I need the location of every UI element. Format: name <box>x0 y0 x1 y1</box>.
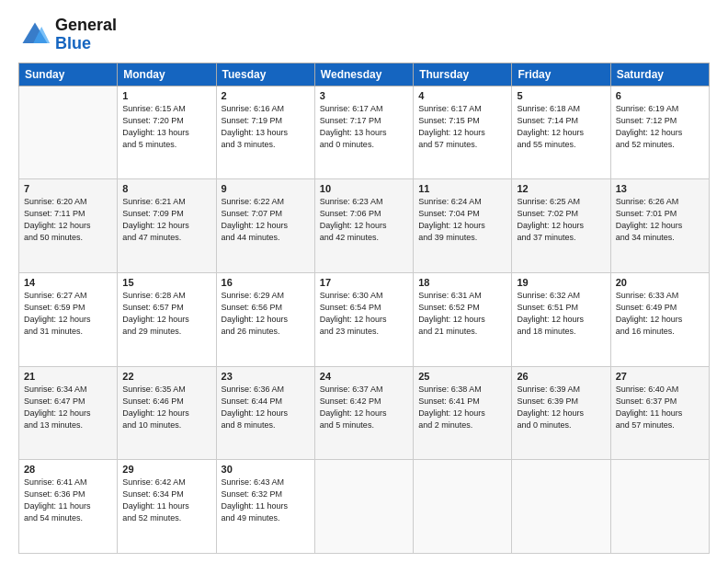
day-number: 28 <box>24 464 112 475</box>
logo: General Blue <box>18 17 117 53</box>
calendar-week-5: 28Sunrise: 6:41 AM Sunset: 6:36 PM Dayli… <box>19 460 710 554</box>
calendar-cell <box>314 460 413 554</box>
logo-text: General Blue <box>55 17 117 53</box>
day-info: Sunrise: 6:37 AM Sunset: 6:42 PM Dayligh… <box>320 384 408 431</box>
header-day-saturday: Saturday <box>610 63 709 86</box>
day-number: 22 <box>122 371 210 382</box>
day-number: 27 <box>616 371 704 382</box>
day-number: 10 <box>320 183 408 194</box>
calendar-cell: 15Sunrise: 6:28 AM Sunset: 6:57 PM Dayli… <box>118 272 216 366</box>
day-number: 19 <box>517 277 605 288</box>
day-info: Sunrise: 6:42 AM Sunset: 6:34 PM Dayligh… <box>122 477 210 524</box>
day-info: Sunrise: 6:27 AM Sunset: 6:59 PM Dayligh… <box>24 290 112 338</box>
day-info: Sunrise: 6:39 AM Sunset: 6:39 PM Dayligh… <box>517 384 605 431</box>
calendar-week-3: 14Sunrise: 6:27 AM Sunset: 6:59 PM Dayli… <box>19 272 710 366</box>
calendar-cell: 2Sunrise: 6:16 AM Sunset: 7:19 PM Daylig… <box>216 86 314 179</box>
day-number: 12 <box>517 183 605 194</box>
day-info: Sunrise: 6:18 AM Sunset: 7:14 PM Dayligh… <box>517 103 605 151</box>
day-number: 5 <box>517 90 605 101</box>
calendar-table: SundayMondayTuesdayWednesdayThursdayFrid… <box>18 63 710 554</box>
calendar-cell: 11Sunrise: 6:24 AM Sunset: 7:04 PM Dayli… <box>414 179 512 273</box>
calendar-cell: 23Sunrise: 6:36 AM Sunset: 6:44 PM Dayli… <box>216 366 314 460</box>
day-number: 20 <box>616 277 704 288</box>
day-info: Sunrise: 6:16 AM Sunset: 7:19 PM Dayligh… <box>222 103 310 151</box>
header-day-tuesday: Tuesday <box>216 63 314 86</box>
calendar-cell <box>610 460 709 554</box>
calendar-header-row: SundayMondayTuesdayWednesdayThursdayFrid… <box>19 63 710 86</box>
day-number: 24 <box>320 371 408 382</box>
page: General Blue SundayMondayTuesdayWednesda… <box>0 0 728 563</box>
calendar-week-4: 21Sunrise: 6:34 AM Sunset: 6:47 PM Dayli… <box>19 366 710 460</box>
logo-icon <box>18 18 51 52</box>
day-number: 8 <box>122 183 210 194</box>
day-number: 4 <box>418 90 506 101</box>
calendar-cell: 21Sunrise: 6:34 AM Sunset: 6:47 PM Dayli… <box>19 366 118 460</box>
day-info: Sunrise: 6:17 AM Sunset: 7:17 PM Dayligh… <box>320 103 408 151</box>
calendar-cell <box>414 460 512 554</box>
calendar-cell: 27Sunrise: 6:40 AM Sunset: 6:37 PM Dayli… <box>610 366 709 460</box>
day-info: Sunrise: 6:40 AM Sunset: 6:37 PM Dayligh… <box>616 384 704 431</box>
day-number: 1 <box>122 90 210 101</box>
day-number: 26 <box>517 371 605 382</box>
day-number: 3 <box>320 90 408 101</box>
day-info: Sunrise: 6:23 AM Sunset: 7:06 PM Dayligh… <box>320 196 408 244</box>
day-number: 29 <box>122 464 210 475</box>
day-info: Sunrise: 6:30 AM Sunset: 6:54 PM Dayligh… <box>320 290 408 338</box>
day-number: 15 <box>122 277 210 288</box>
day-info: Sunrise: 6:29 AM Sunset: 6:56 PM Dayligh… <box>222 290 310 338</box>
calendar-cell: 29Sunrise: 6:42 AM Sunset: 6:34 PM Dayli… <box>118 460 216 554</box>
calendar-cell: 9Sunrise: 6:22 AM Sunset: 7:07 PM Daylig… <box>216 179 314 273</box>
day-number: 14 <box>24 277 112 288</box>
calendar-cell <box>19 86 118 179</box>
calendar-cell: 12Sunrise: 6:25 AM Sunset: 7:02 PM Dayli… <box>512 179 610 273</box>
calendar-cell: 13Sunrise: 6:26 AM Sunset: 7:01 PM Dayli… <box>610 179 709 273</box>
calendar-cell: 18Sunrise: 6:31 AM Sunset: 6:52 PM Dayli… <box>414 272 512 366</box>
day-info: Sunrise: 6:17 AM Sunset: 7:15 PM Dayligh… <box>418 103 506 151</box>
calendar-cell: 1Sunrise: 6:15 AM Sunset: 7:20 PM Daylig… <box>118 86 216 179</box>
calendar-cell: 28Sunrise: 6:41 AM Sunset: 6:36 PM Dayli… <box>19 460 118 554</box>
calendar-cell: 14Sunrise: 6:27 AM Sunset: 6:59 PM Dayli… <box>19 272 118 366</box>
header-day-wednesday: Wednesday <box>314 63 413 86</box>
day-number: 6 <box>616 90 704 101</box>
calendar-cell: 26Sunrise: 6:39 AM Sunset: 6:39 PM Dayli… <box>512 366 610 460</box>
calendar-cell: 8Sunrise: 6:21 AM Sunset: 7:09 PM Daylig… <box>118 179 216 273</box>
day-info: Sunrise: 6:25 AM Sunset: 7:02 PM Dayligh… <box>517 196 605 244</box>
calendar-week-1: 1Sunrise: 6:15 AM Sunset: 7:20 PM Daylig… <box>19 86 710 179</box>
day-info: Sunrise: 6:43 AM Sunset: 6:32 PM Dayligh… <box>222 477 310 524</box>
calendar-cell: 7Sunrise: 6:20 AM Sunset: 7:11 PM Daylig… <box>19 179 118 273</box>
day-info: Sunrise: 6:34 AM Sunset: 6:47 PM Dayligh… <box>24 384 112 431</box>
day-info: Sunrise: 6:21 AM Sunset: 7:09 PM Dayligh… <box>122 196 210 244</box>
calendar-cell <box>512 460 610 554</box>
calendar-cell: 20Sunrise: 6:33 AM Sunset: 6:49 PM Dayli… <box>610 272 709 366</box>
day-number: 9 <box>222 183 310 194</box>
header-day-friday: Friday <box>512 63 610 86</box>
day-number: 7 <box>24 183 112 194</box>
calendar-cell: 19Sunrise: 6:32 AM Sunset: 6:51 PM Dayli… <box>512 272 610 366</box>
day-info: Sunrise: 6:32 AM Sunset: 6:51 PM Dayligh… <box>517 290 605 338</box>
day-info: Sunrise: 6:20 AM Sunset: 7:11 PM Dayligh… <box>24 196 112 244</box>
day-number: 25 <box>418 371 506 382</box>
day-number: 2 <box>222 90 310 101</box>
calendar-cell: 3Sunrise: 6:17 AM Sunset: 7:17 PM Daylig… <box>314 86 413 179</box>
day-info: Sunrise: 6:15 AM Sunset: 7:20 PM Dayligh… <box>122 103 210 151</box>
calendar-cell: 30Sunrise: 6:43 AM Sunset: 6:32 PM Dayli… <box>216 460 314 554</box>
calendar-cell: 4Sunrise: 6:17 AM Sunset: 7:15 PM Daylig… <box>414 86 512 179</box>
calendar-cell: 22Sunrise: 6:35 AM Sunset: 6:46 PM Dayli… <box>118 366 216 460</box>
day-number: 16 <box>222 277 310 288</box>
day-number: 21 <box>24 371 112 382</box>
day-info: Sunrise: 6:35 AM Sunset: 6:46 PM Dayligh… <box>122 384 210 431</box>
day-info: Sunrise: 6:36 AM Sunset: 6:44 PM Dayligh… <box>222 384 310 431</box>
day-number: 18 <box>418 277 506 288</box>
day-info: Sunrise: 6:28 AM Sunset: 6:57 PM Dayligh… <box>122 290 210 338</box>
header-day-monday: Monday <box>118 63 216 86</box>
header-day-sunday: Sunday <box>19 63 118 86</box>
day-number: 17 <box>320 277 408 288</box>
calendar-week-2: 7Sunrise: 6:20 AM Sunset: 7:11 PM Daylig… <box>19 179 710 273</box>
header: General Blue <box>18 17 710 53</box>
header-day-thursday: Thursday <box>414 63 512 86</box>
calendar-cell: 6Sunrise: 6:19 AM Sunset: 7:12 PM Daylig… <box>610 86 709 179</box>
day-number: 23 <box>222 371 310 382</box>
calendar-cell: 17Sunrise: 6:30 AM Sunset: 6:54 PM Dayli… <box>314 272 413 366</box>
calendar-cell: 25Sunrise: 6:38 AM Sunset: 6:41 PM Dayli… <box>414 366 512 460</box>
day-info: Sunrise: 6:26 AM Sunset: 7:01 PM Dayligh… <box>616 196 704 244</box>
